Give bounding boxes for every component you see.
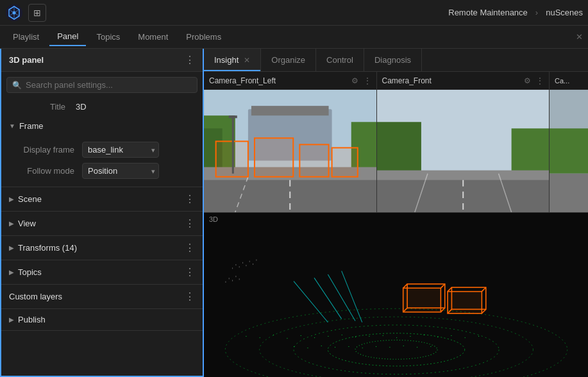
svg-rect-62	[362, 348, 363, 348]
topics-label: Topics	[18, 267, 42, 277]
svg-rect-93	[256, 260, 256, 261]
publish-label: Publish	[18, 315, 46, 324]
frame-content: Display frame base_link odom map Follow …	[1, 137, 203, 187]
tab-insight[interactable]: Insight ✕	[204, 49, 261, 71]
svg-rect-90	[246, 265, 246, 266]
frame-section-header[interactable]: ▼ Frame	[1, 115, 203, 137]
display-frame-select[interactable]: base_link odom map	[82, 142, 159, 158]
title-field-row: Title 3D	[1, 98, 203, 115]
camera-front-left-menu[interactable]: ⋮	[364, 76, 371, 85]
add-panel-button[interactable]: ⊞	[28, 4, 46, 22]
camera-front-actions: ⚙ ⋮	[524, 76, 544, 85]
frame-section: ▼ Frame Display frame base_link odom map	[1, 115, 203, 187]
close-icon[interactable]: ✕	[576, 32, 583, 42]
camera-third-panel: Ca...	[550, 72, 588, 212]
panel-header: 3D panel ⋮	[1, 49, 203, 72]
custom-layers-section[interactable]: Custom layers ⋮	[1, 285, 203, 309]
view-title-row: ▶ View	[9, 219, 36, 228]
camera-front-left-gear[interactable]: ⚙	[351, 76, 358, 85]
topics-section-header[interactable]: ▶ Topics ⋮	[1, 260, 203, 284]
svg-rect-64	[389, 347, 390, 348]
panel-menu-button[interactable]: ⋮	[185, 54, 195, 66]
svg-point-1	[13, 11, 16, 14]
svg-rect-54	[451, 335, 451, 336]
svg-rect-58	[307, 348, 308, 348]
publish-title-row: ▶ Publish	[9, 315, 46, 324]
transforms-section: ▶ Transforms (14) ⋮	[1, 236, 203, 260]
svg-rect-86	[232, 267, 233, 269]
breadcrumb: Remote Maintenance › nuScenes	[448, 8, 583, 17]
topics-menu-btn[interactable]: ⋮	[185, 266, 195, 278]
app-logo	[5, 4, 23, 22]
camera-front-menu[interactable]: ⋮	[536, 76, 544, 85]
lidar-view	[204, 213, 588, 377]
scene-menu-btn[interactable]: ⋮	[185, 193, 195, 205]
topics-title-row: ▶ Topics	[9, 267, 42, 277]
breadcrumb-separator: ›	[535, 8, 538, 17]
custom-layers-label: Custom layers	[9, 292, 62, 301]
camera-front-left-header: Camera_Front_Left ⚙ ⋮	[204, 72, 376, 90]
panel-3d-label: 3D	[209, 215, 218, 223]
svg-rect-88	[239, 266, 240, 267]
svg-rect-17	[255, 138, 293, 176]
follow-mode-row: Follow mode Position Pose None	[1, 160, 203, 181]
svg-rect-32	[550, 174, 588, 212]
svg-rect-94	[225, 281, 226, 283]
svg-rect-60	[335, 347, 335, 348]
title-value: 3D	[76, 102, 87, 112]
camera-front-header: Camera_Front ⚙ ⋮	[377, 72, 550, 90]
main-layout: 3D panel ⋮ 🔍 Title 3D ▼ Frame Display fr…	[0, 49, 588, 377]
follow-mode-select-wrapper: Position Pose None	[82, 163, 159, 179]
diagnosis-tab-label: Diagnosis	[374, 55, 411, 65]
search-input[interactable]	[26, 80, 192, 90]
camera-front-left-svg	[204, 90, 376, 212]
camera-third-view	[550, 90, 588, 212]
tab-control[interactable]: Control	[316, 49, 364, 71]
nav-tabs: Playlist Panel Topics Moment Problems ✕	[0, 26, 588, 49]
svg-rect-51	[410, 336, 410, 337]
tab-panel[interactable]: Panel	[49, 28, 86, 46]
top-bar-left: ⊞	[5, 4, 46, 22]
project-name: Remote Maintenance	[448, 8, 528, 17]
svg-rect-44	[314, 337, 315, 338]
svg-rect-42	[287, 338, 287, 339]
transforms-menu-btn[interactable]: ⋮	[185, 242, 195, 254]
display-frame-row: Display frame base_link odom map	[1, 139, 203, 160]
svg-rect-92	[253, 264, 253, 265]
tab-problems[interactable]: Problems	[178, 28, 229, 46]
transforms-section-header[interactable]: ▶ Transforms (14) ⋮	[1, 236, 203, 260]
svg-rect-18	[299, 144, 328, 176]
transforms-chevron: ▶	[9, 244, 14, 251]
follow-mode-select[interactable]: Position Pose None	[82, 163, 159, 179]
svg-rect-41	[273, 335, 274, 335]
tab-topics[interactable]: Topics	[88, 28, 128, 46]
svg-rect-20	[232, 115, 234, 173]
tab-diagnosis[interactable]: Diagnosis	[364, 49, 422, 71]
view-menu-btn[interactable]: ⋮	[185, 217, 195, 230]
tab-moment[interactable]: Moment	[130, 28, 176, 46]
svg-rect-66	[417, 347, 417, 348]
svg-rect-47	[355, 337, 356, 337]
publish-section-header[interactable]: ▶ Publish	[1, 309, 203, 330]
tab-playlist[interactable]: Playlist	[5, 28, 47, 46]
scene-section-header[interactable]: ▶ Scene ⋮	[1, 187, 203, 211]
svg-rect-19	[332, 147, 358, 176]
camera-third-header: Ca...	[550, 72, 588, 90]
view-label: View	[18, 219, 36, 228]
view-section: ▶ View ⋮	[1, 212, 203, 236]
insight-tab-label: Insight	[214, 55, 239, 65]
svg-rect-49	[383, 335, 383, 336]
topics-chevron: ▶	[9, 269, 14, 276]
view-section-header[interactable]: ▶ View ⋮	[1, 212, 203, 235]
camera-third-svg	[550, 90, 588, 212]
tab-organize[interactable]: Organize	[261, 49, 316, 71]
insight-tab-close[interactable]: ✕	[244, 56, 250, 65]
transforms-title-row: ▶ Transforms (14)	[9, 243, 77, 253]
topics-section: ▶ Topics ⋮	[1, 260, 203, 285]
camera-front-gear[interactable]: ⚙	[524, 76, 531, 85]
camera-front-left-panel: Camera_Front_Left ⚙ ⋮	[204, 72, 377, 212]
custom-layers-menu-btn[interactable]: ⋮	[185, 290, 195, 303]
camera-third-name: Ca...	[555, 77, 569, 85]
camera-front-left-actions: ⚙ ⋮	[351, 76, 371, 85]
svg-rect-40	[260, 337, 260, 338]
